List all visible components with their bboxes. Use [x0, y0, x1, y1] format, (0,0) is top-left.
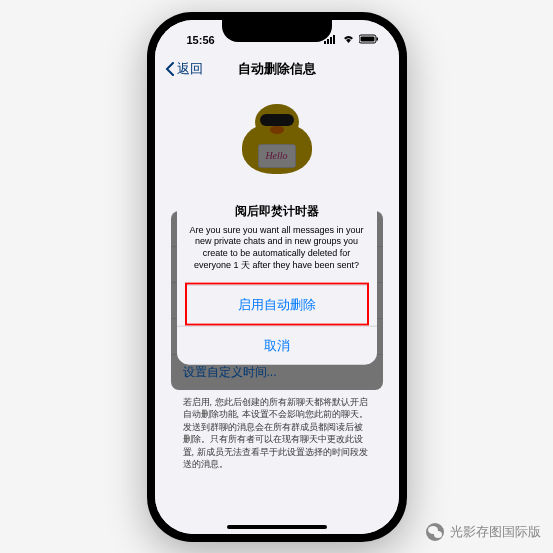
svg-rect-1 [327, 39, 329, 44]
nav-bar: 返回 自动删除信息 [155, 52, 399, 86]
duck-sign-text: Hello [258, 144, 296, 168]
battery-icon [359, 34, 379, 46]
notch [222, 20, 332, 42]
alert-content: 阅后即焚计时器 Are you sure you want all messag… [177, 188, 377, 283]
back-label: 返回 [177, 60, 203, 78]
status-time: 15:56 [187, 34, 215, 46]
chevron-left-icon [165, 62, 175, 76]
home-indicator[interactable] [227, 525, 327, 529]
cancel-button[interactable]: 取消 [177, 326, 377, 365]
status-icons [324, 34, 379, 46]
svg-rect-0 [324, 41, 326, 44]
wechat-icon [426, 523, 444, 541]
svg-rect-2 [330, 37, 332, 44]
alert-message: Are you sure you want all messages in yo… [189, 224, 365, 271]
watermark-text: 光影存图国际版 [450, 523, 541, 541]
back-button[interactable]: 返回 [165, 60, 203, 78]
nav-title: 自动删除信息 [238, 60, 316, 78]
svg-rect-5 [360, 36, 374, 41]
phone-screen: 15:56 [155, 20, 399, 534]
highlight-annotation: 启用自动删除 [185, 283, 369, 326]
footer-description: 若启用, 您此后创建的所有新聊天都将默认开启自动删除功能, 本设置不会影响您此前… [171, 390, 383, 478]
phone-frame: 15:56 [147, 12, 407, 542]
option-custom-label: 设置自定义时间... [183, 364, 277, 381]
wifi-icon [342, 34, 355, 46]
svg-rect-3 [333, 35, 335, 44]
svg-rect-6 [376, 37, 378, 40]
confirmation-alert: 阅后即焚计时器 Are you sure you want all messag… [177, 188, 377, 365]
screen-content: 15:56 [155, 20, 399, 534]
watermark: 光影存图国际版 [426, 523, 541, 541]
duck-illustration: Hello [171, 94, 383, 192]
alert-title: 阅后即焚计时器 [189, 202, 365, 219]
confirm-button[interactable]: 启用自动删除 [187, 285, 367, 324]
